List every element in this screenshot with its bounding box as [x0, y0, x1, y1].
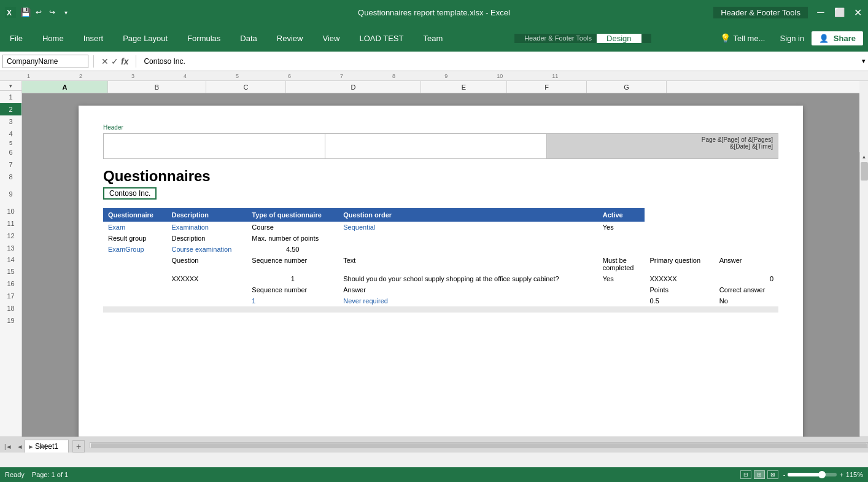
status-bar: Ready Page: 1 of 1 ⊟ ⊞ ⊠ - + 115%: [0, 467, 868, 482]
contextual-tab-group-label: Header & Footer Tools Design: [514, 34, 651, 43]
tab-design[interactable]: Design: [597, 34, 641, 43]
tab-data[interactable]: Data: [230, 34, 266, 43]
row-num-10: 10: [0, 205, 22, 217]
cell-qhdr-empty: [103, 255, 166, 273]
grid-content: A B C D E F G Header: [22, 81, 859, 443]
tab-team[interactable]: Team: [413, 34, 452, 43]
tab-scroll-thumb: [91, 443, 867, 448]
formula-confirm-btn[interactable]: ✓: [111, 56, 118, 66]
zoom-slider[interactable]: [788, 473, 837, 476]
sheet-tabs: |◄ ◄ ► ►| Sheet1 +: [0, 437, 868, 453]
row-num-6: 6: [0, 146, 22, 158]
save-icon[interactable]: 💾: [20, 7, 31, 18]
col-header-f[interactable]: F: [507, 81, 587, 93]
cell-ahdr-points: Points: [645, 284, 714, 295]
zoom-in-btn[interactable]: +: [839, 471, 843, 478]
table-row-exam: Exam Examination Course Sequential Yes: [103, 222, 778, 233]
col-header-a[interactable]: A: [22, 81, 108, 93]
cell-examgroup-name[interactable]: ExamGroup: [103, 244, 166, 255]
redo-icon[interactable]: ↪: [47, 7, 58, 18]
tab-view[interactable]: View: [312, 34, 349, 43]
customize-icon[interactable]: ▾: [60, 7, 71, 18]
row-num-19: 19: [0, 314, 22, 327]
col-header-e[interactable]: E: [421, 81, 507, 93]
cell-adata-seqnum[interactable]: 1: [247, 295, 338, 306]
name-box[interactable]: [2, 55, 88, 68]
sheet-first-btn[interactable]: |◄: [2, 443, 14, 450]
formula-expand-btn[interactable]: ▾: [862, 57, 866, 65]
cell-adata-correct: No: [715, 295, 778, 306]
corner-cell: ▾: [0, 81, 21, 91]
add-sheet-btn[interactable]: +: [72, 440, 85, 453]
never-required-link[interactable]: Never required: [343, 297, 388, 305]
col-header-c[interactable]: C: [206, 81, 286, 93]
close-icon[interactable]: ✕: [852, 7, 863, 18]
header-box-center[interactable]: [325, 134, 547, 158]
tab-review[interactable]: Review: [267, 34, 313, 43]
ruler-mark-7: 7: [340, 73, 343, 79]
cell-empty-16: [103, 325, 778, 337]
exam-link[interactable]: Exam: [108, 224, 125, 231]
col-header-b[interactable]: B: [108, 81, 206, 93]
sign-in-button[interactable]: Sign in: [772, 34, 812, 43]
header-box-right[interactable]: Page &[Page] of &[Pages] &[Date] &[Time]: [547, 134, 778, 158]
cell-empty-15: [103, 313, 778, 325]
tab-insert[interactable]: Insert: [74, 34, 114, 43]
row-num-3: 3: [0, 115, 22, 128]
zoom-slider-thumb[interactable]: [818, 471, 826, 478]
zoom-level: 115%: [846, 471, 863, 478]
minimize-icon[interactable]: ─: [815, 7, 826, 18]
sheet-last-btn[interactable]: ►|: [37, 443, 48, 450]
undo-icon[interactable]: ↩: [33, 7, 44, 18]
ruler: 1 2 3 4 5 6 7 8 9 10 11: [0, 71, 868, 81]
status-ready: Ready: [5, 471, 25, 478]
col-header-d[interactable]: D: [286, 81, 421, 93]
table-row-empty-15: [103, 313, 778, 325]
examination-link[interactable]: Examination: [171, 224, 209, 231]
cell-exam-order[interactable]: Sequential: [338, 222, 598, 233]
view-icons: ⊟ ⊞ ⊠: [740, 470, 778, 479]
sequential-link[interactable]: Sequential: [343, 224, 375, 231]
cell-adata-answer[interactable]: Never required: [338, 295, 598, 306]
scroll-up-btn[interactable]: ▲: [860, 152, 868, 161]
ruler-mark-1: 1: [27, 73, 30, 79]
course-exam-link[interactable]: Course examination: [171, 246, 231, 253]
spreadsheet-body: ▾ 1 2 3 4 5 6 7 8 9 10 11 12 13 14 15 16: [0, 81, 868, 443]
formula-input[interactable]: [141, 56, 859, 67]
report-title: Questionnaires: [103, 168, 778, 185]
examgroup-link[interactable]: ExamGroup: [108, 246, 144, 253]
view-normal-btn[interactable]: ⊟: [740, 470, 751, 479]
tell-me-box[interactable]: 💡 Tell me...: [713, 33, 772, 43]
company-name-cell[interactable]: Contoso Inc.: [103, 187, 157, 200]
tab-formulas[interactable]: Formulas: [177, 34, 230, 43]
cell-exam-desc[interactable]: Examination: [166, 222, 247, 233]
share-button[interactable]: 👤 Share: [812, 31, 863, 45]
cell-qhdr-seqnum: Sequence number: [247, 255, 338, 273]
title-bar: X 💾 ↩ ↪ ▾ Questionnaires report template…: [0, 0, 868, 25]
zoom-out-btn[interactable]: -: [783, 471, 786, 478]
formula-separator-2: [136, 55, 136, 68]
cell-exam-name[interactable]: Exam: [103, 222, 166, 233]
sheet-next-btn[interactable]: ►: [26, 443, 36, 450]
tab-page-layout[interactable]: Page Layout: [113, 34, 177, 43]
ruler-mark-9: 9: [444, 73, 448, 79]
view-page-layout-btn[interactable]: ⊞: [754, 470, 765, 479]
restore-icon[interactable]: ⬜: [834, 7, 845, 18]
col-header-g[interactable]: G: [587, 81, 667, 93]
header-box-left[interactable]: [104, 134, 325, 158]
formula-function-btn[interactable]: fx: [121, 56, 128, 66]
view-page-break-btn[interactable]: ⊠: [767, 470, 778, 479]
sheet-prev-btn[interactable]: ◄: [15, 443, 25, 450]
tab-load-test[interactable]: LOAD TEST: [349, 34, 413, 43]
tab-file[interactable]: File: [0, 34, 33, 43]
tab-scrollbar: [90, 441, 868, 449]
cell-examgroup-desc[interactable]: Course examination: [166, 244, 247, 255]
formula-cancel-btn[interactable]: ✕: [101, 56, 109, 66]
answer-seq-link[interactable]: 1: [252, 297, 255, 305]
scroll-thumb[interactable]: [861, 162, 868, 181]
excel-page: Header Page &[Page] of &[Pages] &[Date] …: [79, 106, 803, 443]
select-all-btn[interactable]: ▾: [9, 83, 12, 89]
vertical-scrollbar[interactable]: ▲ ▼: [859, 152, 868, 443]
tab-home[interactable]: Home: [33, 34, 74, 43]
table-header-row: Questionnaire Description Type of questi…: [103, 208, 778, 222]
